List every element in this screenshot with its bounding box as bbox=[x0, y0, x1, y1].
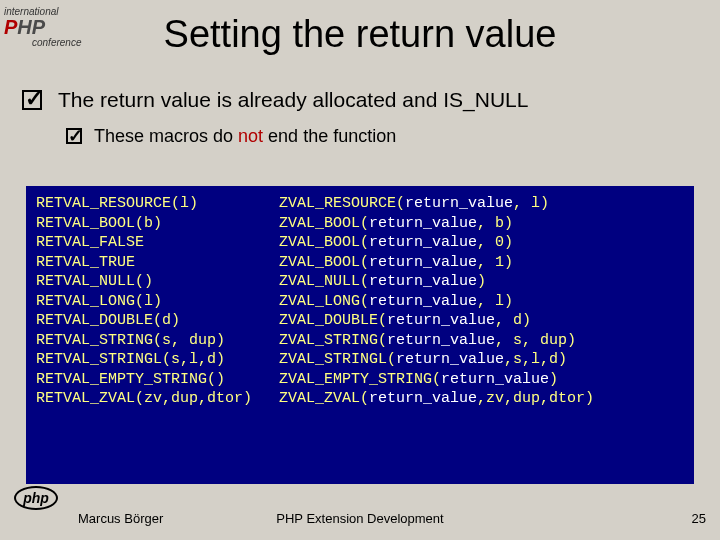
footer-page: 25 bbox=[692, 511, 706, 526]
bullet-1-text: The return value is already allocated an… bbox=[58, 88, 528, 112]
bullet-1: The return value is already allocated an… bbox=[22, 88, 702, 112]
slide-body: The return value is already allocated an… bbox=[22, 88, 702, 147]
emphasis-not: not bbox=[238, 126, 263, 146]
checkbox-bullet-icon bbox=[22, 90, 42, 110]
slide: international PHP conference Setting the… bbox=[0, 0, 720, 540]
checkbox-bullet-icon bbox=[66, 128, 82, 144]
code-block: RETVAL_RESOURCE(l) ZVAL_RESOURCE(return_… bbox=[26, 186, 694, 484]
footer-title: PHP Extension Development bbox=[0, 511, 720, 526]
slide-title: Setting the return value bbox=[0, 14, 720, 56]
sub-bullet-1-text: These macros do not end the function bbox=[94, 126, 396, 147]
sub-bullet-1: These macros do not end the function bbox=[66, 126, 702, 147]
footer: Marcus Börger PHP Extension Development … bbox=[0, 504, 720, 532]
